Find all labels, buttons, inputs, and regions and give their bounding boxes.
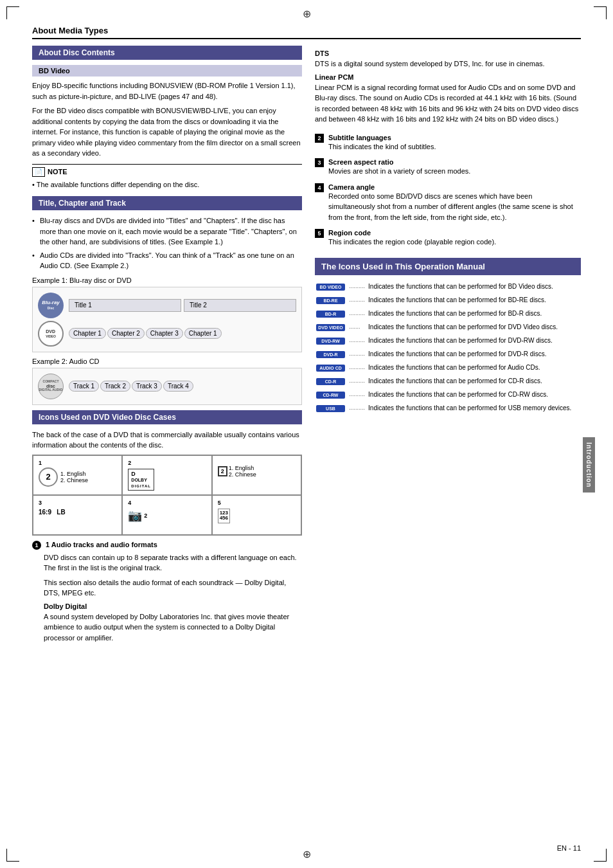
case-cell-5: 4 📷 2 [122,495,211,535]
disc-badge: BD-RE [316,297,345,305]
dolby-logo: D DOLBY DIGITAL [128,469,154,491]
desc-cell: Indicates the functions that can be perf… [367,307,581,321]
track2: Track 2 [100,381,130,392]
badge-cell: DVD-R [315,348,348,361]
bd-video-heading: BD Video [32,65,302,77]
camera-row: 4 Camera angle Recorded onto some BD/DVD… [315,183,581,227]
chapter1: Chapter 1 [69,328,106,339]
num-circle-1: 1 [32,541,41,550]
title-chapter-track-heading: Title, Chapter and Track [32,196,302,210]
note-title: 📄 NOTE [32,167,302,177]
badge-cell: BD-R [315,307,348,321]
num-2: 2 [315,134,324,143]
chapter2: Chapter 2 [107,328,145,339]
note-box: 📄 NOTE • The available functions differ … [32,164,302,190]
chapter3: Chapter 3 [146,328,183,339]
disc-badge: AUDIO CD [316,365,345,372]
title-chapter-list: Blu-ray discs and DVDs are divided into … [32,215,302,271]
audio-circle: 2 [39,467,58,487]
track1: Track 1 [69,381,99,392]
track3: Track 3 [132,381,162,392]
title1-bar: Title 1 [69,299,181,312]
reg-mark-top: ⊕ [303,8,311,20]
icons-table-row: CD-RW..........Indicates the functions t… [315,388,581,402]
reg-mark-bottom: ⊕ [303,848,311,860]
icons-table-row: DVD-R..........Indicates the functions t… [315,348,581,361]
icons-table-row: DVD-RW..........Indicates the functions … [315,334,581,348]
aspect-desc: Movies are shot in a variety of screen m… [328,166,470,177]
corner-mark-tl [6,6,19,19]
disc-badge: DVD-RW [316,338,345,345]
page-number: EN - 11 [557,844,581,852]
note-icon: 📄 [32,167,45,177]
cd-disc-row: COMPACT disc DIGITAL AUDIO Track 1 Track… [38,374,296,399]
badge-cell: BD-RE [315,294,348,307]
audio-tracks-section: 1 1 Audio tracks and audio formats DVD d… [32,541,302,644]
dots-cell: .......... [348,294,367,307]
icons-table-row: BD-R..........Indicates the functions th… [315,307,581,321]
dots-cell: .......... [348,348,367,361]
icons-table-row: DVD VIDEO.......Indicates the functions … [315,321,581,334]
bd-disc-row: Blu-ray Disc Title 1 Title 2 [38,293,296,318]
icons-table-row: USB..........Indicates the functions tha… [315,402,581,415]
disc-badge: BD-R [316,311,345,318]
case-cell-1: 1 2 1. English 2. Chinese [33,455,122,495]
title2-bar: Title 2 [184,299,296,312]
desc-cell: Indicates the functions that can be perf… [367,402,581,415]
corner-mark-br [594,849,607,862]
case-cell-4: 3 16:9 LB [33,495,122,535]
icons-dvd-desc: The back of the case of a DVD that is co… [32,429,302,451]
num-5: 5 [315,229,324,238]
linear-pcm-desc: Linear PCM is a signal recording format … [315,82,581,125]
camera-heading: Camera angle [328,183,581,191]
case-cell-3: 2 1. English 2. Chinese [212,455,301,495]
case-cell-2: 2 D DOLBY DIGITAL [122,455,211,495]
camera-desc: Recorded onto some BD/DVD discs are scen… [328,191,581,223]
intro-sidebar-tab: Introduction [583,437,595,493]
dots-cell: .......... [348,334,367,348]
example2-label: Example 2: Audio CD [32,357,302,365]
case-cell-6: 5 123 456 [212,495,301,535]
tracks-row: Track 1 Track 2 Track 3 Track 4 [69,381,193,392]
icons-table-row: BD-RE..........Indicates the functions t… [315,294,581,307]
dts-desc: DTS is a digital sound system developed … [315,59,581,69]
disc-badge: USB [316,405,345,413]
page-title: About Media Types [32,26,581,39]
example2-diagram: COMPACT disc DIGITAL AUDIO Track 1 Track… [32,368,302,405]
left-column: About Disc Contents BD Video Enjoy BD-sp… [32,46,302,647]
num-3: 3 [315,158,324,167]
desc-cell: Indicates the functions that can be perf… [367,280,581,294]
region-numbers: 123 456 [218,509,230,524]
subtitle-row: 2 Subtitle languages This indicates the … [315,134,581,156]
icons-operation-heading: The Icons Used in This Operation Manual [315,258,581,275]
disc-number-icon: 2 [218,466,227,476]
region-desc: This indicates the region code (playable… [328,237,496,248]
aspect-heading: Screen aspect ratio [328,158,470,166]
badge-cell: USB [315,402,348,415]
dots-cell: .......... [348,361,367,375]
disc-badge: CD-RW [316,392,345,399]
desc-cell: Indicates the functions that can be perf… [367,388,581,402]
dots-cell: .......... [348,402,367,415]
dots-cell: .......... [348,307,367,321]
right-column: DTS DTS is a digital sound system develo… [315,46,581,647]
dvd-disc-row: DVDVIDEO Chapter 1 Chapter 2 Chapter 3 C… [38,321,296,347]
icons-dvd-heading: Icons Used on DVD Video Disc Cases [32,410,302,424]
badge-cell: CD-R [315,375,348,388]
bullet-item-2: Audio CDs are divided into "Tracks". You… [32,250,302,271]
corner-mark-tr [594,6,607,19]
desc-cell: Indicates the functions that can be perf… [367,294,581,307]
bd-video-para2: For the BD video discs compatible with B… [32,105,302,159]
bd-video-para1: Enjoy BD-specific functions including BO… [32,80,302,102]
aspect-row: 3 Screen aspect ratio Movies are shot in… [315,158,581,181]
region-heading: Region code [328,229,496,237]
bd-disc-icon: Blu-ray Disc [38,293,64,318]
about-disc-contents-heading: About Disc Contents [32,46,302,60]
note-text: • The available functions differ dependi… [32,179,302,190]
icons-table: BD VIDEO..........Indicates the function… [315,280,581,415]
desc-cell: Indicates the functions that can be perf… [367,334,581,348]
dots-cell: ....... [348,321,367,334]
audio-tracks-desc1: DVD discs can contain up to 8 separate t… [32,552,302,574]
dts-heading: DTS [315,50,581,57]
example1-diagram: Blu-ray Disc Title 1 Title 2 [32,287,302,352]
